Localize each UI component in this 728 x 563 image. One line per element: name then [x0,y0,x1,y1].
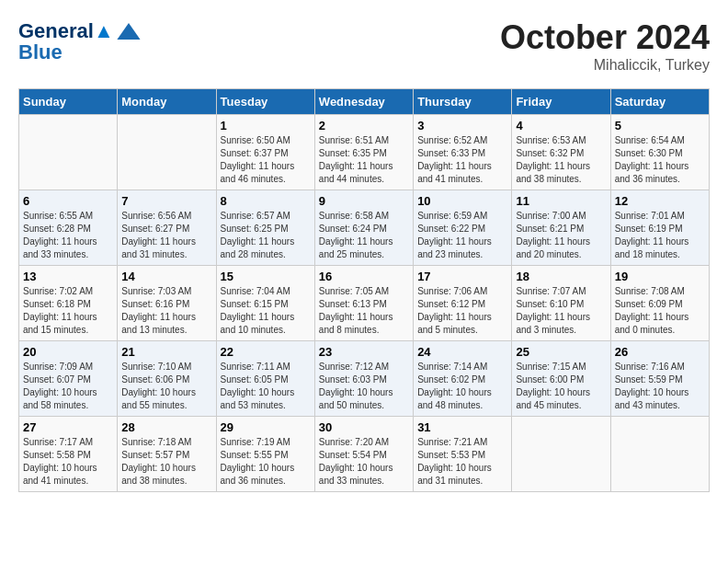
day-info: Sunrise: 6:51 AMSunset: 6:35 PMDaylight:… [319,134,409,186]
day-info: Sunrise: 7:18 AMSunset: 5:57 PMDaylight:… [121,436,211,488]
calendar-cell: 22Sunrise: 7:11 AMSunset: 6:05 PMDayligh… [216,341,314,417]
day-info: Sunrise: 7:10 AMSunset: 6:06 PMDaylight:… [121,361,211,412]
calendar-cell: 1Sunrise: 6:50 AMSunset: 6:37 PMDaylight… [216,115,314,190]
day-number: 18 [516,270,606,283]
day-info: Sunrise: 6:54 AMSunset: 6:30 PMDaylight:… [615,134,705,186]
day-number: 15 [221,270,311,283]
week-row: 27Sunrise: 7:17 AMSunset: 5:58 PMDayligh… [19,417,710,492]
day-number: 8 [221,194,311,208]
day-info: Sunrise: 6:50 AMSunset: 6:37 PMDaylight:… [221,134,311,186]
calendar-cell: 31Sunrise: 7:21 AMSunset: 5:53 PMDayligh… [414,417,512,492]
day-number: 25 [516,345,606,359]
day-info: Sunrise: 6:55 AMSunset: 6:28 PMDaylight:… [23,210,113,261]
month-title: October 2024 [500,18,710,57]
day-number: 24 [417,345,507,359]
day-number: 6 [23,194,113,208]
day-number: 11 [516,194,606,208]
day-header-sunday: Sunday [19,89,118,115]
day-header-monday: Monday [118,89,216,115]
day-number: 2 [319,119,409,132]
calendar-cell [512,417,610,492]
day-info: Sunrise: 6:59 AMSunset: 6:22 PMDaylight:… [417,210,507,261]
calendar-cell: 5Sunrise: 6:54 AMSunset: 6:30 PMDaylight… [610,115,709,190]
calendar-cell: 10Sunrise: 6:59 AMSunset: 6:22 PMDayligh… [414,190,512,266]
day-info: Sunrise: 7:08 AMSunset: 6:09 PMDaylight:… [615,285,705,337]
day-info: Sunrise: 7:17 AMSunset: 5:58 PMDaylight:… [23,436,113,488]
day-number: 7 [121,194,211,208]
calendar-cell: 16Sunrise: 7:05 AMSunset: 6:13 PMDayligh… [314,266,413,341]
day-number: 16 [319,270,409,283]
day-info: Sunrise: 7:07 AMSunset: 6:10 PMDaylight:… [516,285,606,337]
day-info: Sunrise: 7:16 AMSunset: 5:59 PMDaylight:… [615,361,705,412]
calendar-cell: 6Sunrise: 6:55 AMSunset: 6:28 PMDaylight… [19,190,118,266]
day-info: Sunrise: 7:02 AMSunset: 6:18 PMDaylight:… [23,285,113,337]
day-info: Sunrise: 6:52 AMSunset: 6:33 PMDaylight:… [417,134,507,186]
day-number: 10 [417,194,507,208]
calendar-cell: 25Sunrise: 7:15 AMSunset: 6:00 PMDayligh… [512,341,610,417]
day-number: 19 [615,270,705,283]
day-header-tuesday: Tuesday [216,89,314,115]
header-row: SundayMondayTuesdayWednesdayThursdayFrid… [19,89,710,115]
day-number: 1 [221,119,311,132]
day-info: Sunrise: 6:57 AMSunset: 6:25 PMDaylight:… [221,210,311,261]
day-info: Sunrise: 7:05 AMSunset: 6:13 PMDaylight:… [319,285,409,337]
day-number: 23 [319,345,409,359]
svg-marker-0 [117,23,140,40]
calendar-cell [118,115,216,190]
day-number: 27 [23,420,113,434]
calendar-cell [19,115,118,190]
day-info: Sunrise: 7:21 AMSunset: 5:53 PMDaylight:… [417,436,507,488]
week-row: 20Sunrise: 7:09 AMSunset: 6:07 PMDayligh… [19,341,710,417]
day-number: 17 [417,270,507,283]
day-number: 29 [221,420,311,434]
day-number: 26 [615,345,705,359]
calendar-cell: 24Sunrise: 7:14 AMSunset: 6:02 PMDayligh… [414,341,512,417]
calendar-cell: 26Sunrise: 7:16 AMSunset: 5:59 PMDayligh… [610,341,709,417]
calendar-cell: 30Sunrise: 7:20 AMSunset: 5:54 PMDayligh… [314,417,413,492]
calendar-cell: 3Sunrise: 6:52 AMSunset: 6:33 PMDaylight… [414,115,512,190]
day-number: 9 [319,194,409,208]
day-header-saturday: Saturday [610,89,709,115]
location-subtitle: Mihaliccik, Turkey [500,57,710,74]
day-number: 4 [516,119,606,132]
page-header: General▲ Blue October 2024 Mihaliccik, T… [18,18,710,74]
day-info: Sunrise: 6:56 AMSunset: 6:27 PMDaylight:… [121,210,211,261]
calendar-cell: 28Sunrise: 7:18 AMSunset: 5:57 PMDayligh… [118,417,216,492]
day-info: Sunrise: 7:11 AMSunset: 6:05 PMDaylight:… [221,361,311,412]
calendar-cell: 13Sunrise: 7:02 AMSunset: 6:18 PMDayligh… [19,266,118,341]
day-number: 13 [23,270,113,283]
logo-icon [116,18,142,44]
calendar-cell: 23Sunrise: 7:12 AMSunset: 6:03 PMDayligh… [314,341,413,417]
calendar-cell: 17Sunrise: 7:06 AMSunset: 6:12 PMDayligh… [414,266,512,341]
day-number: 5 [615,119,705,132]
calendar-cell: 2Sunrise: 6:51 AMSunset: 6:35 PMDaylight… [314,115,413,190]
calendar-cell: 12Sunrise: 7:01 AMSunset: 6:19 PMDayligh… [610,190,709,266]
day-info: Sunrise: 7:09 AMSunset: 6:07 PMDaylight:… [23,361,113,412]
day-number: 20 [23,345,113,359]
calendar-cell: 4Sunrise: 6:53 AMSunset: 6:32 PMDaylight… [512,115,610,190]
calendar-cell [610,417,709,492]
calendar-cell: 9Sunrise: 6:58 AMSunset: 6:24 PMDaylight… [314,190,413,266]
day-info: Sunrise: 7:04 AMSunset: 6:15 PMDaylight:… [221,285,311,337]
calendar-cell: 21Sunrise: 7:10 AMSunset: 6:06 PMDayligh… [118,341,216,417]
day-header-thursday: Thursday [414,89,512,115]
day-info: Sunrise: 7:12 AMSunset: 6:03 PMDaylight:… [319,361,409,412]
day-number: 28 [121,420,211,434]
calendar-table: SundayMondayTuesdayWednesdayThursdayFrid… [18,88,710,492]
week-row: 6Sunrise: 6:55 AMSunset: 6:28 PMDaylight… [19,190,710,266]
calendar-cell: 29Sunrise: 7:19 AMSunset: 5:55 PMDayligh… [216,417,314,492]
calendar-cell: 15Sunrise: 7:04 AMSunset: 6:15 PMDayligh… [216,266,314,341]
day-info: Sunrise: 7:19 AMSunset: 5:55 PMDaylight:… [221,436,311,488]
calendar-cell: 11Sunrise: 7:00 AMSunset: 6:21 PMDayligh… [512,190,610,266]
calendar-cell: 18Sunrise: 7:07 AMSunset: 6:10 PMDayligh… [512,266,610,341]
day-info: Sunrise: 7:14 AMSunset: 6:02 PMDaylight:… [417,361,507,412]
calendar-cell: 27Sunrise: 7:17 AMSunset: 5:58 PMDayligh… [19,417,118,492]
calendar-cell: 20Sunrise: 7:09 AMSunset: 6:07 PMDayligh… [19,341,118,417]
day-info: Sunrise: 7:15 AMSunset: 6:00 PMDaylight:… [516,361,606,412]
day-info: Sunrise: 7:03 AMSunset: 6:16 PMDaylight:… [121,285,211,337]
day-info: Sunrise: 7:01 AMSunset: 6:19 PMDaylight:… [615,210,705,261]
day-info: Sunrise: 7:00 AMSunset: 6:21 PMDaylight:… [516,210,606,261]
day-number: 22 [221,345,311,359]
calendar-cell: 19Sunrise: 7:08 AMSunset: 6:09 PMDayligh… [610,266,709,341]
day-number: 21 [121,345,211,359]
